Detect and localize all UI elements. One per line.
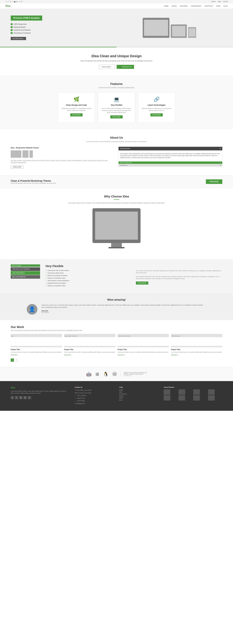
- screen-inner-large: [144, 20, 168, 36]
- footer-link-pages[interactable]: PAGES: [119, 396, 158, 397]
- flex-item-1: ✓Lorem ipsum dolor sit amet maiores: [46, 270, 132, 271]
- monitor-base: [108, 247, 124, 248]
- nav-menu: HOME PAGES FEATURES COMPONENTS PORTFOLIO…: [164, 5, 228, 7]
- mock-nav-item: PORTFOLIO: [172, 336, 177, 336]
- contact-label: CONTACT US: [122, 66, 132, 68]
- screen-medium: [171, 24, 187, 38]
- learn-more-button[interactable]: LEARN MORE: [11, 166, 24, 168]
- nav-shop[interactable]: SHOP: [216, 5, 220, 7]
- nav-pages[interactable]: PAGES: [172, 5, 176, 7]
- nav-portfolio[interactable]: PORTFOLIO: [204, 5, 213, 7]
- intro-title: iDea Clean and Unique Design: [27, 54, 206, 58]
- feature-btn-3[interactable]: READ MORE: [150, 113, 163, 116]
- read-more-4[interactable]: Read More →: [171, 354, 179, 356]
- work-mockup-2: HOME PAGES FEATURES: [64, 335, 116, 346]
- cart-link[interactable]: Cart (0): [223, 1, 228, 2]
- flex-tab-2[interactable]: 100% RESPONSIVE: [11, 271, 40, 275]
- features-title: Features: [11, 82, 222, 86]
- and-more-button[interactable]: And Much More...: [11, 37, 26, 40]
- footer-link-portfolio[interactable]: PORTFOLIO: [119, 394, 158, 395]
- work-thumb-3: FEATURES COMPONENTS: [118, 334, 169, 347]
- search-link[interactable]: Search: [211, 1, 216, 2]
- laptop-mockup: [11, 150, 22, 158]
- tag2-text: HTML5/CSS3: [120, 165, 127, 166]
- read-more-button[interactable]: READ MORE ↓: [99, 65, 115, 69]
- feature-btn-1[interactable]: READ MORE: [70, 113, 83, 116]
- check-icon: ✓: [11, 29, 12, 31]
- social-li[interactable]: in: [24, 396, 27, 399]
- footer-link-info[interactable]: INFO: [119, 391, 158, 393]
- testimonial-quote: Turpis arcu rutrum nunc, ac laoreet turp…: [42, 304, 206, 309]
- intro-section: iDea Clean and Unique Design Sed ut Pers…: [0, 47, 233, 76]
- check-icon: ✓: [46, 282, 46, 284]
- social-other[interactable]: ?: [28, 396, 31, 399]
- device-mockup: [143, 18, 196, 38]
- nav-home[interactable]: HOME: [164, 5, 168, 7]
- flex-tab-3[interactable]: WELL DOCUMENTED: [11, 275, 40, 279]
- footer-grid: iDea Lorem ipsum dolor sit amet, conse c…: [11, 386, 222, 406]
- site-logo[interactable]: iDea: [5, 4, 10, 7]
- read-more-1[interactable]: Read More →: [11, 354, 19, 356]
- link-icon[interactable]: 🔗: [21, 1, 22, 2]
- flex-item-3: ✓Ad facum consequam hic placeat: [46, 275, 132, 276]
- twitter-icon[interactable]: 𝕏: [5, 1, 6, 2]
- footer-link-home[interactable]: HOME: [119, 389, 158, 391]
- work-thumb-1: iDea: [11, 334, 62, 347]
- social-tw[interactable]: t: [15, 396, 18, 399]
- email-icon[interactable]: ✉: [19, 1, 20, 2]
- testimonial-name: John Doe: [42, 310, 206, 312]
- flex-item-4: ✓Fugat rem consequatur neque: [46, 277, 132, 279]
- youtube-icon[interactable]: ▶: [16, 1, 18, 2]
- facebook-icon[interactable]: f: [12, 1, 13, 2]
- footer-contact: Contact Us 📍 One Infinity Loop, 5A132 Nu…: [75, 386, 114, 406]
- about-subtitle: Lorem ipsum dolor sit amet laudantium mo…: [11, 140, 222, 143]
- footer-link-blog[interactable]: BLOG: [119, 400, 158, 401]
- social-icons: 𝕏 in G+ f 📷 ▶ ✉ 🔗: [5, 1, 22, 2]
- read-more-3[interactable]: Read More →: [118, 354, 126, 356]
- read-more-2[interactable]: Read More →: [64, 354, 72, 356]
- social-fb[interactable]: f: [11, 396, 14, 399]
- flex-tab-1[interactable]: TOP NOTCH 24/7 SUPPORT: [11, 267, 40, 271]
- purchase-button[interactable]: PURCHASE: [206, 180, 222, 184]
- about-right-panel: Bootstrap Based ⊞ Anim pariatur cliche r…: [118, 147, 222, 168]
- wordpress-icon: Ⓦ: [112, 371, 117, 377]
- about-left-panel: iDea - Responsive Website Theme Quo init…: [11, 147, 114, 168]
- page-1[interactable]: 1: [11, 358, 14, 362]
- nav-components[interactable]: COMPONENTS: [191, 5, 201, 7]
- intro-text: Sed ut Perspiciatis Unde Omnis Iste Sed …: [27, 60, 206, 62]
- work-title-3: Project Title: [118, 348, 169, 350]
- about-title: About Us: [11, 136, 222, 140]
- top-nav-actions: Search Login Cart (0): [211, 1, 228, 2]
- nav-blog[interactable]: BLOG: [224, 5, 228, 7]
- feature-btn-2[interactable]: READ MORE: [110, 115, 123, 118]
- linkedin-icon[interactable]: in: [8, 1, 8, 2]
- check-icon: ✓: [46, 285, 46, 286]
- footer-link-shop[interactable]: SHOP: [119, 398, 158, 399]
- contact-us-button[interactable]: 📞 CONTACT US: [117, 65, 134, 69]
- google-icon[interactable]: G+: [10, 1, 12, 2]
- instagram-icon[interactable]: 📷: [14, 1, 16, 2]
- logo-rest: Dea: [6, 4, 10, 7]
- footer-thumb-2: [178, 389, 185, 395]
- work-mockup-1: iDea: [11, 335, 62, 346]
- mockup-body-1: [11, 337, 62, 346]
- hero-section: Premium HTML5 template ✓100% Responsive …: [0, 9, 233, 47]
- flexible-read-more[interactable]: READ MORE: [136, 282, 148, 284]
- mock-nav-item: HOME: [65, 336, 68, 336]
- footer-phone3: 📞 +0877763465: [75, 400, 114, 402]
- top-navbar: 𝕏 in G+ f 📷 ▶ ✉ 🔗 Search Login Cart (0): [0, 0, 233, 3]
- work-thumb-4: PORTFOLIO SHOP: [171, 334, 222, 347]
- why-section: Why Choose iDea Lorem ipsum dolor sit am…: [0, 188, 233, 259]
- why-title: Why Choose iDea: [11, 195, 222, 198]
- feature-text-1: Voluptatem ad provident non repudiandae …: [60, 108, 92, 112]
- social-gp[interactable]: G: [19, 396, 22, 399]
- nav-features[interactable]: FEATURES: [180, 5, 188, 7]
- tech-quote-author: — Steve Jobs: [124, 375, 131, 376]
- mockup-nav-3: FEATURES COMPONENTS: [118, 335, 169, 337]
- mock-nav-item: FEATURES: [72, 336, 77, 336]
- login-link[interactable]: Login: [218, 1, 221, 2]
- main-navbar: iDea HOME PAGES FEATURES COMPONENTS PORT…: [0, 3, 233, 9]
- footer-contact-title: Contact Us: [75, 386, 114, 388]
- page-2[interactable]: 2: [15, 358, 18, 362]
- footer-projects: Latest Projects: [164, 386, 222, 406]
